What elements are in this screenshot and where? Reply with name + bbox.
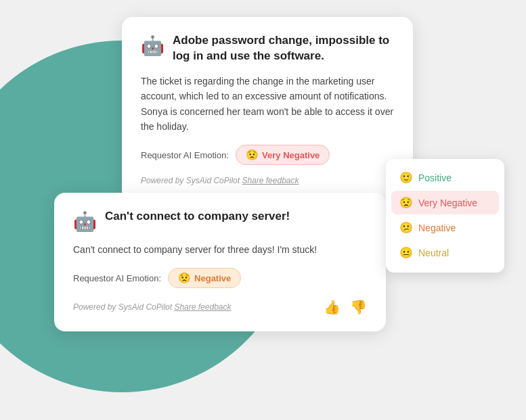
emotion-badge-1[interactable]: 😟 Very Negative xyxy=(236,145,330,165)
emotion-badge-2[interactable]: 😟 Negative xyxy=(168,268,241,288)
dropdown-label-very-negative: Very Negative xyxy=(418,197,477,208)
robot-icon: 🤖 xyxy=(141,34,165,57)
cards-area: 🤖 Adobe password change, impossible to l… xyxy=(54,10,494,416)
card-server: 🤖 Can't connect to company server! Can't… xyxy=(54,193,386,331)
thumbs-down-button[interactable]: 👎 xyxy=(350,299,367,315)
badge-2-text: Negative xyxy=(194,273,231,283)
dropdown-label-neutral: Neutral xyxy=(418,248,449,258)
dropdown-label-negative: Negative xyxy=(418,223,456,233)
card-2-header: 🤖 Can't connect to company server! xyxy=(73,209,367,233)
frown-icon-1: 😟 xyxy=(246,149,259,161)
card-header: 🤖 Adobe password change, impossible to l… xyxy=(141,33,394,64)
emotion-row-2: Requestor AI Emotion: 😟 Negative xyxy=(73,268,367,288)
dropdown-item-negative[interactable]: 😕 Negative xyxy=(391,216,499,239)
frown-icon-dd: 😕 xyxy=(399,221,413,234)
card-2-body: Can't connect to company server for thre… xyxy=(73,242,367,257)
smile-icon: 🙂 xyxy=(399,171,413,184)
thumbs-up-button[interactable]: 👍 xyxy=(324,299,341,315)
feedback-row: Powered by SysAid CoPilot Share feedback… xyxy=(73,299,367,315)
badge-1-text: Very Negative xyxy=(262,150,320,160)
powered-by-1: Powered by SysAid CoPilot Share feedback xyxy=(141,176,394,185)
share-feedback-link-2[interactable]: Share feedback xyxy=(174,302,231,312)
card-1-title: Adobe password change, impossible to log… xyxy=(173,33,394,64)
emotion-dropdown: 🙂 Positive 😟 Very Negative 😕 Negative 😐 … xyxy=(386,159,504,273)
very-frown-icon: 😟 xyxy=(399,196,413,209)
powered-by-text-1: Powered by SysAid CoPilot xyxy=(141,176,240,185)
dropdown-item-positive[interactable]: 🙂 Positive xyxy=(391,166,499,189)
emotion-label-2: Requestor AI Emotion: xyxy=(73,273,161,283)
emotion-label-1: Requestor AI Emotion: xyxy=(141,150,229,160)
card-adobe: 🤖 Adobe password change, impossible to l… xyxy=(122,17,413,202)
neutral-icon: 😐 xyxy=(399,246,413,259)
emotion-row-1: Requestor AI Emotion: 😟 Very Negative xyxy=(141,145,394,165)
share-feedback-link-1[interactable]: Share feedback xyxy=(242,176,299,185)
dropdown-item-very-negative[interactable]: 😟 Very Negative xyxy=(391,191,499,214)
card-2-title: Can't connect to company server! xyxy=(105,209,290,225)
powered-by-text-2: Powered by SysAid CoPilot xyxy=(73,302,172,312)
dropdown-item-neutral[interactable]: 😐 Neutral xyxy=(391,241,499,264)
dropdown-label-positive: Positive xyxy=(418,172,452,183)
card-1-body: The ticket is regarding the change in th… xyxy=(141,74,394,135)
powered-by-2: Powered by SysAid CoPilot Share feedback xyxy=(73,302,231,312)
thumbs-row: 👍 👎 xyxy=(324,299,367,315)
robot-icon-2: 🤖 xyxy=(73,210,97,233)
frown-icon-2: 😟 xyxy=(178,272,191,284)
